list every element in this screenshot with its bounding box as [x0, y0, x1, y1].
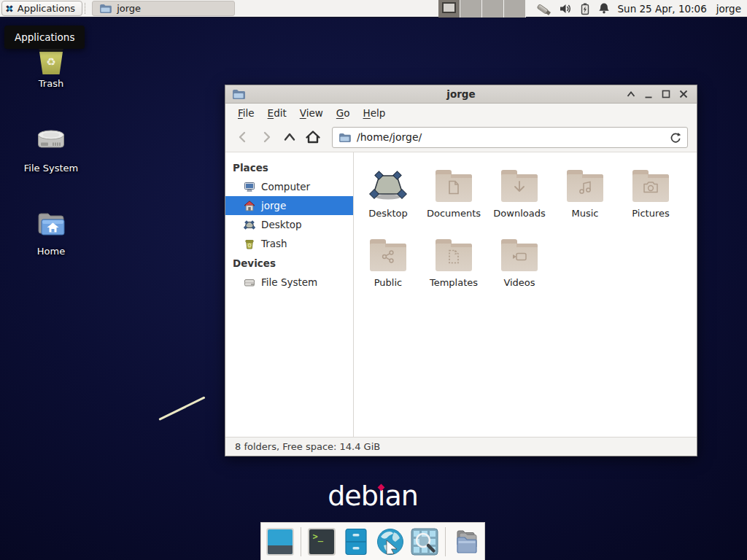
- stylus-tray-icon[interactable]: [536, 2, 551, 15]
- folder-videos-icon: [501, 239, 538, 271]
- sidebar-item-label: jorge: [261, 200, 286, 211]
- tasklist-grip: [85, 3, 90, 14]
- close-button[interactable]: [677, 88, 690, 101]
- volume-icon[interactable]: [559, 3, 572, 15]
- back-button[interactable]: [231, 126, 255, 148]
- desktop-icon-home[interactable]: Home: [16, 207, 86, 257]
- file-name: Videos: [503, 277, 535, 288]
- wallpaper-line: [158, 396, 205, 420]
- home-folder-icon: [16, 207, 86, 242]
- xfce-applications-icon: ✖: [5, 4, 14, 14]
- file-item-documents[interactable]: Documents: [421, 158, 487, 228]
- up-button[interactable]: [278, 126, 301, 148]
- show-desktop-button[interactable]: [266, 528, 294, 556]
- dock-separator: [301, 527, 301, 556]
- top-panel: ✖ Applications jorge: [0, 0, 747, 18]
- debian-wordmark: debıan: [298, 480, 448, 512]
- sidebar-item-computer[interactable]: Computer: [225, 177, 353, 196]
- home-icon: [244, 201, 255, 211]
- applications-tooltip: Applications: [4, 26, 85, 49]
- file-manager-window: jorge File Edit View Go Help: [225, 85, 697, 456]
- taskbar-window-button[interactable]: jorge: [92, 1, 235, 16]
- sidebar-item-trash[interactable]: Trash: [225, 234, 353, 253]
- bell-icon[interactable]: [598, 2, 610, 15]
- menu-edit[interactable]: Edit: [261, 104, 293, 122]
- sidebar-item-desktop[interactable]: Desktop: [225, 215, 353, 234]
- menubar: File Edit View Go Help: [225, 104, 697, 122]
- desktop-icon: [244, 219, 255, 230]
- workspace-4[interactable]: [504, 0, 526, 18]
- home-button[interactable]: [301, 126, 325, 148]
- desktop-icon-file-system[interactable]: File System: [16, 124, 86, 174]
- folder-downloads-icon: [501, 170, 538, 202]
- status-text: 8 folders, Free space: 14.4 GiB: [235, 441, 380, 452]
- debian-text-pre: deb: [328, 480, 378, 512]
- address-bar[interactable]: /home/jorge/: [332, 127, 688, 148]
- file-item-public[interactable]: Public: [355, 228, 421, 297]
- dock-separator: [445, 527, 446, 556]
- file-name: Public: [374, 277, 402, 288]
- forward-button[interactable]: [255, 126, 278, 148]
- menu-help[interactable]: Help: [357, 104, 392, 122]
- panel-username[interactable]: jorge: [716, 3, 741, 15]
- directory-menu-button[interactable]: [452, 528, 480, 556]
- globe-browser-icon: [376, 528, 404, 556]
- workspace-1[interactable]: [438, 0, 460, 18]
- directory-folder-icon: [452, 528, 480, 556]
- sidebar-item-label: Trash: [261, 238, 287, 249]
- drive-icon: [244, 277, 255, 288]
- file-name: Pictures: [632, 208, 669, 219]
- workspace-2[interactable]: [460, 0, 482, 18]
- menu-file[interactable]: File: [231, 104, 261, 122]
- app-finder-icon: [411, 528, 438, 556]
- folder-documents-icon: [436, 170, 472, 202]
- debian-text-post: an: [384, 480, 417, 512]
- desktop-icon-label: Home: [16, 246, 86, 257]
- shade-button[interactable]: [624, 88, 638, 101]
- applications-menu-button[interactable]: ✖ Applications: [1, 1, 82, 16]
- sidebar-header-places: Places: [225, 158, 353, 177]
- file-item-pictures[interactable]: Pictures: [618, 158, 684, 228]
- statusbar: 8 folders, Free space: 14.4 GiB: [225, 437, 697, 456]
- debian-i: ı: [378, 480, 385, 512]
- titlebar[interactable]: jorge: [225, 85, 697, 104]
- sidebar-item-label: Computer: [261, 181, 310, 192]
- battery-icon[interactable]: [580, 2, 590, 15]
- menu-view[interactable]: View: [293, 104, 330, 122]
- recycle-glyph: ♻: [39, 55, 63, 69]
- address-text: /home/jorge/: [357, 131, 422, 143]
- menu-go[interactable]: Go: [330, 104, 357, 122]
- sidebar: Places Computer jorge: [225, 152, 354, 437]
- file-manager-launcher[interactable]: [342, 528, 370, 556]
- file-name: Templates: [430, 277, 478, 288]
- file-item-downloads[interactable]: Downloads: [487, 158, 552, 228]
- file-name: Music: [572, 208, 599, 219]
- file-name: Documents: [427, 208, 481, 219]
- applications-menu-label: Applications: [18, 3, 75, 14]
- file-item-music[interactable]: Music: [552, 158, 618, 228]
- sidebar-item-jorge[interactable]: jorge: [225, 196, 353, 215]
- folder-music-icon: [567, 170, 603, 202]
- file-item-desktop[interactable]: Desktop: [355, 158, 421, 228]
- maximize-button[interactable]: [659, 88, 673, 101]
- desktop-icon-label: Trash: [16, 78, 86, 89]
- sidebar-item-file-system[interactable]: File System: [225, 273, 353, 292]
- terminal-icon: >_: [313, 532, 323, 542]
- file-item-videos[interactable]: Videos: [487, 228, 552, 297]
- file-item-templates[interactable]: Templates: [421, 228, 487, 297]
- system-tray: [526, 2, 618, 15]
- app-finder-launcher[interactable]: [411, 528, 438, 556]
- workspace-3[interactable]: [482, 0, 504, 18]
- reload-button[interactable]: [669, 131, 681, 144]
- file-name: Downloads: [493, 208, 545, 219]
- trash-icon: [244, 238, 255, 249]
- folder-templates-icon: [436, 239, 472, 271]
- folder-icon: [338, 133, 351, 142]
- terminal-launcher[interactable]: >_: [308, 528, 336, 556]
- desktop-icon-label: File System: [16, 163, 86, 174]
- file-cabinet-icon: [342, 528, 370, 556]
- panel-clock[interactable]: Sun 25 Apr, 10:06: [618, 3, 707, 15]
- minimize-button[interactable]: [642, 88, 655, 101]
- web-browser-launcher[interactable]: [376, 528, 404, 556]
- workspace-window-preview: [442, 2, 456, 13]
